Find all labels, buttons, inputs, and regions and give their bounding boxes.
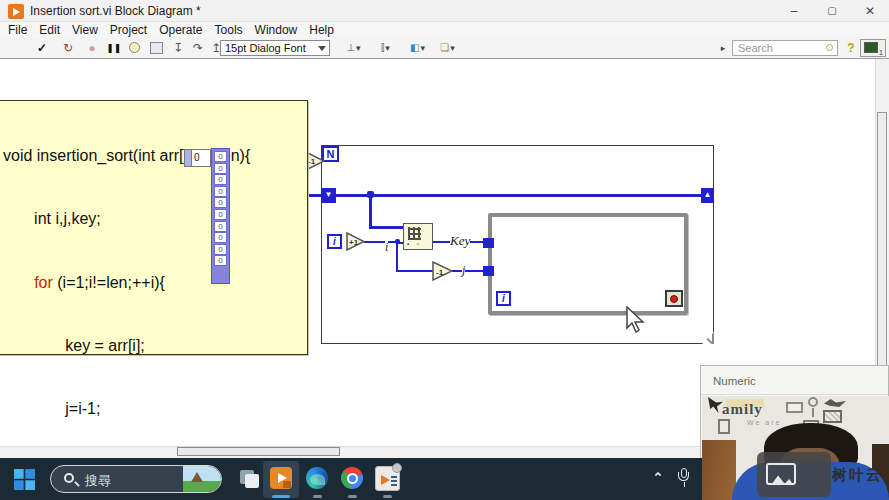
menu-project[interactable]: Project: [110, 23, 157, 37]
labview-arrow-icon: [381, 475, 390, 485]
menu-tools[interactable]: Tools: [215, 23, 253, 37]
wire-label-key: Key: [450, 233, 470, 249]
taskbar-search-box[interactable]: 搜尋: [50, 465, 222, 493]
stop-icon: [670, 295, 678, 303]
webcam-wall-logo-icon: [708, 397, 723, 413]
search-icon: [64, 473, 74, 483]
retain-wire-values-icon[interactable]: [150, 42, 163, 54]
wire-label-i: i: [385, 240, 388, 255]
decrement-j-node[interactable]: -1: [432, 261, 453, 281]
array-cell[interactable]: 0: [214, 197, 227, 208]
abort-icon[interactable]: ●: [84, 41, 100, 56]
j-branch-wire-h[interactable]: [396, 270, 433, 272]
webcam-brand-subtext: We are: [747, 419, 781, 426]
search-input[interactable]: Search: [732, 40, 838, 56]
labview-taskbar-icon[interactable]: [375, 466, 400, 491]
array-index-stepper-icon[interactable]: [185, 150, 192, 166]
resize-objects-button[interactable]: ◧: [404, 40, 431, 56]
array-cell[interactable]: 0: [214, 174, 227, 185]
menu-edit[interactable]: Edit: [39, 23, 70, 37]
array-wire-branch-v[interactable]: [369, 196, 372, 226]
menu-file[interactable]: File: [8, 23, 37, 37]
labview-bars-icon: [391, 474, 397, 486]
menu-help[interactable]: Help: [309, 23, 344, 37]
shift-register-left-icon[interactable]: ▼: [321, 188, 336, 203]
webcam-overlay: amily We are 树叶云: [702, 396, 889, 500]
while-loop-iteration-terminal[interactable]: i: [496, 291, 511, 306]
decrement-node-label: -1: [308, 157, 316, 166]
webcam-letter-frame: [718, 419, 730, 434]
array-cell[interactable]: 0: [214, 209, 227, 220]
edge-browser-icon[interactable]: [306, 467, 328, 489]
mouse-cursor: [626, 306, 646, 333]
code-line: for (i=1;i!=len;++i){: [3, 272, 271, 293]
svg-text:-1: -1: [436, 268, 444, 277]
array-cell[interactable]: 0: [214, 255, 227, 266]
toolbar-overflow-icon[interactable]: ▸: [718, 41, 728, 56]
window-title: Insertion sort.vi Block Diagram *: [30, 4, 201, 18]
array-cell[interactable]: 0: [214, 186, 227, 197]
decrement-node[interactable]: -1: [305, 151, 325, 171]
chrome-browser-icon[interactable]: [341, 467, 363, 489]
j-branch-wire-v[interactable]: [396, 242, 398, 271]
distribute-objects-button[interactable]: ⫿: [372, 40, 399, 56]
font-selector[interactable]: 15pt Dialog Font: [220, 40, 330, 56]
context-help-button[interactable]: 1: [860, 39, 886, 57]
pause-icon[interactable]: ❚❚: [106, 41, 122, 56]
labview-app-icon: [8, 4, 24, 19]
weather-widget-image[interactable]: [183, 466, 221, 493]
tunnel-key[interactable]: [483, 238, 494, 248]
taskbar-search-placeholder: 搜尋: [85, 472, 111, 490]
code-comment-box[interactable]: void insertion_sort(int arr[], int len){…: [0, 100, 308, 355]
array-wire-main[interactable]: [336, 194, 701, 197]
index-array-node[interactable]: ▪ ▫: [403, 223, 433, 250]
screen-recorder-app-icon[interactable]: [270, 467, 292, 489]
array-constant[interactable]: 0 0 0 0 0 0 0 0 0 0: [211, 148, 230, 284]
run-button-icon[interactable]: ✓: [34, 41, 50, 56]
watermark-badge: [757, 452, 831, 497]
microphone-icon[interactable]: [678, 468, 690, 488]
close-button[interactable]: ✕: [854, 0, 886, 22]
array-cell[interactable]: 0: [214, 232, 227, 243]
array-wire-branch-h[interactable]: [369, 226, 403, 229]
loop-condition-terminal[interactable]: [665, 290, 683, 307]
labview-ball-icon: [392, 463, 402, 473]
help-icon[interactable]: ?: [845, 41, 857, 56]
tray-chevron-up-icon[interactable]: ⌃: [650, 470, 666, 486]
j-out-wire[interactable]: [452, 270, 484, 272]
for-loop-iteration-terminal[interactable]: i: [327, 234, 342, 249]
run-continuously-icon[interactable]: ↻: [60, 41, 76, 56]
step-into-icon[interactable]: ↧: [170, 41, 186, 56]
array-cell[interactable]: 0: [214, 221, 227, 232]
array-wire-outside[interactable]: [306, 194, 321, 197]
svg-text:+1: +1: [349, 238, 359, 247]
active-app-underline: [272, 495, 290, 498]
reorder-button[interactable]: ❏: [434, 40, 461, 56]
menu-window[interactable]: Window: [255, 23, 308, 37]
start-button-icon[interactable]: [14, 469, 35, 490]
align-objects-button[interactable]: ⊥: [340, 40, 367, 56]
array-cell[interactable]: 0: [214, 244, 227, 255]
index-array-marks: ▪ ▫: [407, 241, 422, 247]
minimize-button[interactable]: –: [778, 0, 810, 22]
search-icon: [826, 44, 833, 51]
increment-node[interactable]: +1: [346, 232, 365, 251]
tunnel-j[interactable]: [483, 266, 494, 276]
i-wire[interactable]: [364, 241, 397, 243]
while-loop-border[interactable]: [488, 213, 688, 315]
maximize-button[interactable]: ▢: [816, 0, 848, 22]
menu-view[interactable]: View: [72, 23, 108, 37]
recorder-badge: [283, 481, 291, 488]
palette-title: Numeric: [713, 375, 756, 387]
step-over-icon[interactable]: ↷: [190, 41, 206, 56]
array-cell[interactable]: 0: [214, 151, 227, 162]
webcam-lamp-icon: [808, 397, 818, 407]
array-index-display[interactable]: 0: [184, 149, 211, 167]
shift-register-right-icon[interactable]: ▲: [701, 188, 714, 203]
index-array-grid-icon: [408, 227, 421, 240]
search-placeholder: Search: [738, 42, 773, 54]
code-line: void insertion_sort(int arr[], int len){: [3, 145, 271, 166]
highlight-execution-icon[interactable]: [129, 42, 140, 53]
array-cell[interactable]: 0: [214, 163, 227, 174]
menu-operate[interactable]: Operate: [159, 23, 212, 37]
